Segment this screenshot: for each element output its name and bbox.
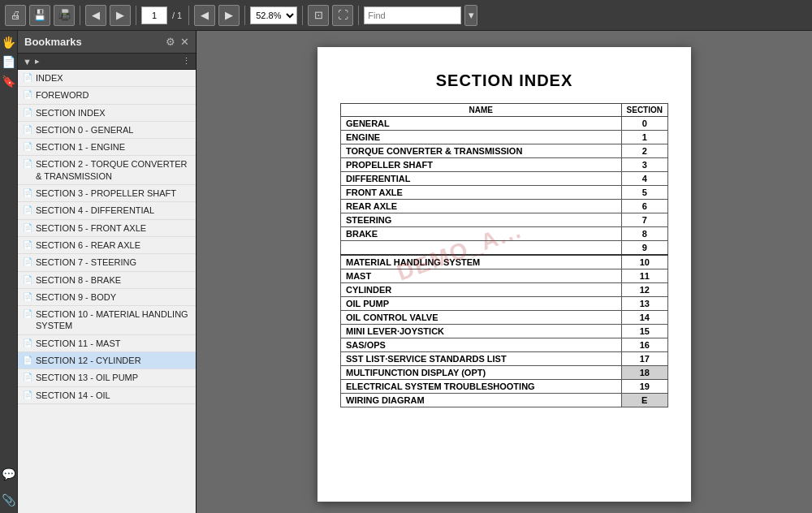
sidebar-title: Bookmarks: [24, 36, 82, 48]
sidebar-item-label: SECTION 6 - REAR AXLE: [36, 239, 140, 251]
row-name-0: GENERAL: [341, 117, 622, 131]
hand-icon[interactable]: 🖐: [2, 36, 15, 49]
row-name-13: OIL PUMP: [341, 297, 622, 311]
row-name-12: CYLINDER: [341, 283, 622, 297]
row-section-18: 18: [621, 366, 667, 380]
sidebar-item-label: SECTION 0 - GENERAL: [36, 124, 133, 136]
sidebar-item-section-12[interactable]: 📄 SECTION 12 - CYLINDER: [18, 352, 196, 369]
row-section-6: 6: [621, 200, 667, 213]
bookmark-icon[interactable]: 🔖: [2, 75, 15, 88]
bookmark-file-icon: 📄: [23, 159, 32, 168]
print-button[interactable]: 🖨: [5, 5, 26, 26]
row-name-8: BRAKE: [341, 227, 622, 241]
nav-prev-button[interactable]: ◀: [194, 5, 215, 26]
page-input[interactable]: 1: [141, 6, 167, 24]
nav-next-button[interactable]: ▶: [218, 5, 240, 26]
bookmark-file-icon: 📄: [23, 309, 32, 318]
row-name-19: ELECTRICAL SYSTEM TROUBLESHOOTING: [341, 380, 622, 394]
find-input[interactable]: [364, 6, 461, 24]
sidebar-item-section-3[interactable]: 📄 SECTION 3 - PROPELLER SHAFT: [18, 185, 196, 202]
main-area: 🖐 📄 🔖 💬 📎 Bookmarks ⚙ ✕ ▼ ▸ ⋮ 📄 INDEX📄 F…: [0, 31, 812, 513]
sidebar-item-section-6[interactable]: 📄 SECTION 6 - REAR AXLE: [18, 237, 196, 254]
col-name-header: NAME: [341, 104, 622, 117]
row-section-4: 4: [621, 172, 667, 186]
find-dropdown-button[interactable]: ▾: [464, 5, 477, 26]
sidebar-item-section-index[interactable]: 📄 SECTION INDEX: [18, 105, 196, 122]
row-section-2: 2: [621, 144, 667, 158]
left-icon-strip: 🖐 📄 🔖 💬 📎: [0, 31, 18, 513]
row-section-3: 3: [621, 158, 667, 172]
sidebar-item-label: SECTION 8 - BRAKE: [36, 274, 121, 286]
page-title: SECTION INDEX: [340, 71, 668, 90]
sidebar-item-foreword[interactable]: 📄 FOREWORD: [18, 87, 196, 104]
sidebar-item-index[interactable]: 📄 INDEX: [18, 70, 196, 87]
fitpage-button[interactable]: ⊡: [308, 5, 329, 26]
row-section-17: 17: [621, 352, 667, 366]
sidebar-item-label: SECTION 13 - OIL PUMP: [36, 372, 138, 383]
row-name-3: PROPELLER SHAFT: [341, 158, 622, 172]
sidebar-options-button[interactable]: ⋮: [182, 56, 191, 67]
sidebar-item-label: SECTION INDEX: [36, 107, 106, 119]
sidebar-item-section-13[interactable]: 📄 SECTION 13 - OIL PUMP: [18, 369, 196, 386]
separator-3: [188, 6, 189, 25]
row-name-15: MINI LEVER·JOYSTICK: [341, 325, 622, 338]
sidebar-item-section-7[interactable]: 📄 SECTION 7 - STEERING: [18, 254, 196, 271]
bookmark-file-icon: 📄: [23, 108, 32, 117]
sidebar-item-section-0[interactable]: 📄 SECTION 0 - GENERAL: [18, 122, 196, 139]
row-name-2: TORQUE CONVERTER & TRANSMISSION: [341, 144, 622, 158]
row-name-16: SAS/OPS: [341, 338, 622, 352]
sidebar-item-section-8[interactable]: 📄 SECTION 8 - BRAKE: [18, 272, 196, 289]
row-name-14: OIL CONTROL VALVE: [341, 311, 622, 325]
sidebar-close-icon[interactable]: ✕: [180, 36, 189, 48]
row-section-14: 14: [621, 311, 667, 325]
row-name-10: MATERIAL HANDLING SYSTEM: [341, 255, 622, 269]
row-section-0: 0: [621, 117, 667, 131]
section-index-table: NAME SECTION GENERAL0ENGINE1TORQUE CONVE…: [340, 103, 668, 407]
toolbar: 🖨 💾 📠 ◀ ▶ 1 / 1 ◀ ▶ 52.8%75%100%125% ⊡ ⛶…: [0, 0, 812, 31]
attach-icon[interactable]: 📎: [2, 494, 15, 507]
row-name-1: ENGINE: [341, 131, 622, 144]
row-name-7: STEERING: [341, 213, 622, 227]
doc-icon[interactable]: 📄: [2, 55, 15, 68]
save-button[interactable]: 💾: [29, 5, 50, 26]
sidebar-item-label: SECTION 7 - STEERING: [36, 256, 136, 268]
pdf-page: DEMO_A... SECTION INDEX NAME SECTION GEN…: [317, 47, 691, 502]
sidebar-item-label: SECTION 3 - PROPELLER SHAFT: [36, 188, 176, 199]
col-section-header: SECTION: [621, 104, 667, 117]
bookmark-file-icon: 📄: [23, 338, 32, 347]
forward-button[interactable]: ▶: [110, 5, 131, 26]
back-button[interactable]: ◀: [85, 5, 106, 26]
bookmark-file-icon: 📄: [23, 205, 32, 214]
sidebar-header: Bookmarks ⚙ ✕: [18, 31, 196, 54]
row-name-9: [341, 241, 622, 256]
sidebar-item-section-2[interactable]: 📄 SECTION 2 - TORQUE CONVERTER & TRANSMI…: [18, 156, 196, 185]
bookmark-file-icon: 📄: [23, 292, 32, 301]
row-name-18: MULTIFUNCTION DISPLAY (OPT): [341, 366, 622, 380]
pdf-viewer[interactable]: DEMO_A... SECTION INDEX NAME SECTION GEN…: [197, 31, 812, 513]
separator-4: [244, 6, 245, 25]
row-name-20: WIRING DIAGRAM: [341, 394, 622, 407]
sidebar-item-label: SECTION 14 - OIL: [36, 390, 110, 401]
sidebar-item-section-4[interactable]: 📄 SECTION 4 - DIFFERENTIAL: [18, 202, 196, 219]
sidebar-item-label: SECTION 1 - ENGINE: [36, 141, 125, 153]
sidebar-list[interactable]: 📄 INDEX📄 FOREWORD📄 SECTION INDEX📄 SECTIO…: [18, 70, 196, 513]
bookmark-expand-button[interactable]: ▼: [23, 57, 32, 67]
comment-icon[interactable]: 💬: [2, 468, 15, 481]
fullscreen-button[interactable]: ⛶: [332, 5, 353, 26]
bookmark-file-icon: 📄: [23, 188, 32, 197]
sidebar-options-icon[interactable]: ⚙: [166, 36, 175, 48]
separator-1: [80, 6, 80, 25]
zoom-select[interactable]: 52.8%75%100%125%: [250, 6, 297, 24]
sidebar-item-section-1[interactable]: 📄 SECTION 1 - ENGINE: [18, 139, 196, 156]
bookmark-file-icon: 📄: [23, 142, 32, 151]
sidebar-item-section-5[interactable]: 📄 SECTION 5 - FRONT AXLE: [18, 220, 196, 237]
sidebar-item-section-14[interactable]: 📄 SECTION 14 - OIL: [18, 387, 196, 404]
bookmark-file-icon: 📄: [23, 373, 32, 382]
sidebar-item-section-9[interactable]: 📄 SECTION 9 - BODY: [18, 289, 196, 306]
sidebar-icons: ⚙ ✕: [166, 36, 189, 48]
sidebar-item-section-11[interactable]: 📄 SECTION 11 - MAST: [18, 335, 196, 352]
row-section-20: E: [621, 394, 667, 407]
sidebar-item-label: SECTION 9 - BODY: [36, 291, 116, 303]
fax-button[interactable]: 📠: [54, 5, 75, 26]
sidebar-item-section-10[interactable]: 📄 SECTION 10 - MATERIAL HANDLING SYSTEM: [18, 306, 196, 335]
